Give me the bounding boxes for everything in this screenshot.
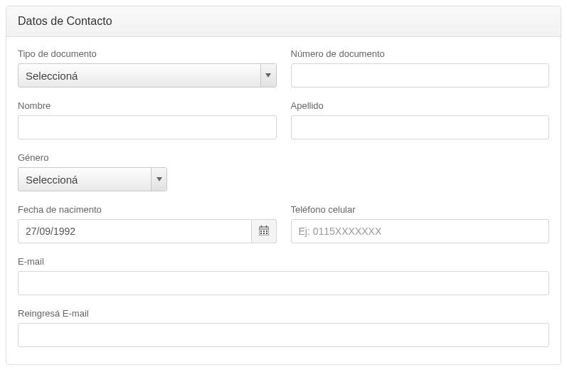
- genero-label: Género: [18, 152, 549, 163]
- apellido-input[interactable]: [291, 115, 550, 139]
- genero-select[interactable]: Seleccioná: [18, 167, 167, 191]
- tipo-documento-selected: Seleccioná: [18, 70, 260, 82]
- tipo-documento-select[interactable]: Seleccioná: [18, 63, 277, 88]
- svg-rect-4: [260, 231, 262, 232]
- email-input[interactable]: [18, 271, 549, 295]
- numero-documento-input[interactable]: [291, 63, 550, 88]
- fecha-nacimiento-input[interactable]: [18, 219, 252, 243]
- calendar-button[interactable]: [252, 219, 276, 243]
- svg-rect-8: [263, 233, 265, 234]
- nombre-label: Nombre: [18, 100, 277, 111]
- genero-selected: Seleccioná: [18, 174, 151, 186]
- calendar-icon: [259, 226, 269, 238]
- panel-body: Tipo de documento Seleccioná Número de d…: [6, 37, 561, 364]
- apellido-label: Apellido: [291, 100, 550, 111]
- contact-data-panel: Datos de Contacto Tipo de documento Sele…: [6, 6, 561, 365]
- svg-rect-6: [266, 231, 267, 232]
- fecha-nacimiento-label: Fecha de nacimento: [18, 204, 277, 215]
- tipo-documento-label: Tipo de documento: [18, 48, 277, 59]
- email-label: E-mail: [18, 256, 549, 267]
- numero-documento-label: Número de documento: [291, 48, 550, 59]
- telefono-celular-input[interactable]: [291, 219, 550, 243]
- email-confirm-label: Reingresá E-mail: [18, 308, 549, 319]
- svg-rect-9: [266, 233, 267, 234]
- chevron-down-icon: [151, 168, 166, 191]
- telefono-celular-label: Teléfono celular: [291, 204, 550, 215]
- email-confirm-input[interactable]: [18, 323, 549, 347]
- panel-title: Datos de Contacto: [6, 6, 561, 37]
- nombre-input[interactable]: [18, 115, 277, 139]
- chevron-down-icon: [260, 64, 276, 87]
- svg-rect-7: [260, 233, 262, 234]
- svg-rect-5: [263, 231, 265, 232]
